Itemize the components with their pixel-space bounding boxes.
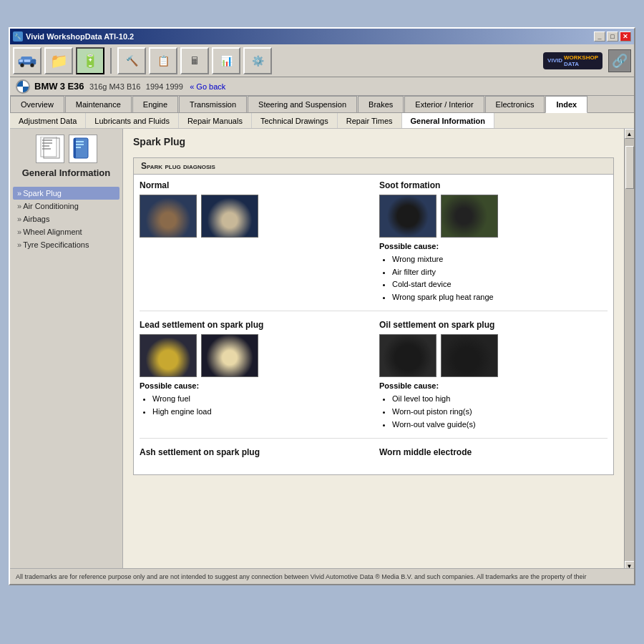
diag-row-2: Lead settlement on spark plug Possible c… <box>140 320 608 439</box>
soot-cause-list: Wrong mixture Air filter dirty Cold-star… <box>379 253 608 303</box>
workshop-logo: VIVID WORKSHOP DATA <box>543 52 602 69</box>
oil-cause-3: Worn-out valve guide(s) <box>392 419 608 431</box>
tab-exterior[interactable]: Exterior / Interior <box>404 96 484 112</box>
tab-brakes[interactable]: Brakes <box>358 96 404 112</box>
subtab-repair-times[interactable]: Repair Times <box>338 113 402 128</box>
diag-oil-images <box>379 334 608 377</box>
diag-worn-title: Worn middle electrode <box>379 447 608 457</box>
subtab-repair-manuals[interactable]: Repair Manuals <box>179 113 252 128</box>
spark-image-lead-1 <box>140 334 197 377</box>
sidebar-item-tyre-specs[interactable]: Tyre Specifications <box>13 238 119 251</box>
scroll-thumb[interactable] <box>625 146 634 189</box>
diag-col-ash: Ash settlement on spark plug <box>140 447 368 462</box>
spark-image-normal-1 <box>140 195 197 238</box>
spark-image-soot-2 <box>441 195 498 238</box>
svg-rect-4 <box>19 59 23 62</box>
toolbar-car-button[interactable] <box>13 47 42 74</box>
subtab-lubricants[interactable]: Lubricants and Fluids <box>86 113 179 128</box>
logo-workshop: WORKSHOP <box>564 54 598 61</box>
toolbar-tool4-button[interactable]: 📊 <box>212 47 240 74</box>
oil-cause-title: Possible cause: <box>379 381 608 390</box>
oil-cause-2: Worn-out piston ring(s) <box>392 406 608 419</box>
sidebar-doc-icon <box>36 135 64 163</box>
soot-cause-2: Air filter dirty <box>392 266 608 279</box>
diag-row-1: Normal Soot formation <box>140 180 608 311</box>
tab-maintenance[interactable]: Maintenance <box>65 96 132 112</box>
title-bar: 🔧 Vivid WorkshopData ATI-10.2 _ □ ✕ <box>10 29 634 44</box>
toolbar-settings-button[interactable]: ⚙️ <box>243 47 272 74</box>
sidebar: General Information Spark Plug Air Condi… <box>10 129 123 571</box>
close-button[interactable]: ✕ <box>620 31 631 42</box>
diag-normal-title: Normal <box>140 180 368 190</box>
tab-overview[interactable]: Overview <box>10 96 64 112</box>
tool2-icon: 📋 <box>157 55 170 67</box>
svg-rect-16 <box>74 138 76 158</box>
tab-engine[interactable]: Engine <box>132 96 178 112</box>
diagnosis-body: Normal Soot formation <box>134 175 613 474</box>
toolbar-battery-button[interactable]: 🔋 <box>76 47 104 74</box>
maximize-button[interactable]: □ <box>607 31 618 42</box>
go-back-link[interactable]: « Go back <box>190 82 225 91</box>
toolbar-folder-button[interactable]: 📁 <box>44 47 73 74</box>
diagnosis-header: Spark plug diagnosis <box>134 158 613 175</box>
lead-cause-list: Wrong fuel High engine load <box>140 393 368 418</box>
svg-rect-13 <box>75 141 84 142</box>
subtab-technical[interactable]: Technical Drawings <box>252 113 338 128</box>
bmw-logo <box>16 79 30 94</box>
scroll-track[interactable] <box>625 139 635 561</box>
spark-image-soot-1 <box>379 195 436 238</box>
spark-image-normal-2 <box>201 195 258 238</box>
status-bar: All trademarks are for reference purpose… <box>10 568 634 584</box>
toolbar-tool2-button[interactable]: 📋 <box>149 47 177 74</box>
tool1-icon: 🔨 <box>126 55 138 67</box>
diag-col-lead: Lead settlement on spark plug Possible c… <box>140 320 368 431</box>
diag-ash-title: Ash settlement on spark plug <box>140 447 368 457</box>
diag-lead-images <box>140 334 368 377</box>
spark-image-oil-1 <box>379 334 436 377</box>
scroll-up-arrow[interactable]: ▲ <box>625 129 635 139</box>
lead-cause-1: Wrong fuel <box>152 393 368 406</box>
subtab-adjustment[interactable]: Adjustment Data <box>10 113 86 128</box>
oil-cause-list: Oil level too high Worn-out piston ring(… <box>379 393 608 431</box>
vehicle-bar: BMW 3 E36 316g M43 B16 1994 1999 « Go ba… <box>10 77 634 96</box>
tab-transmission[interactable]: Transmission <box>179 96 247 112</box>
svg-rect-5 <box>24 59 31 62</box>
toolbar-right: VIVID WORKSHOP DATA 🔗 <box>543 49 631 72</box>
scrollbar: ▲ ▼ <box>624 129 634 571</box>
diag-soot-images <box>379 195 608 238</box>
sidebar-book-icon <box>69 135 97 163</box>
tab-index[interactable]: Index <box>545 96 587 113</box>
sub-tabs: Adjustment Data Lubricants and Fluids Re… <box>10 113 634 129</box>
title-bar-left: 🔧 Vivid WorkshopData ATI-10.2 <box>13 31 134 42</box>
sidebar-item-wheel-alignment[interactable]: Wheel Alignment <box>13 225 119 238</box>
tab-steering[interactable]: Steering and Suspension <box>248 96 357 112</box>
folder-icon: 📁 <box>50 52 68 69</box>
soot-cause-4: Wrong spark plug heat range <box>392 291 608 304</box>
toolbar: 📁 🔋 🔨 📋 🖩 📊 ⚙️ VIVID WORKSHOP <box>10 44 634 77</box>
status-text: All trademarks are for reference purpose… <box>16 573 587 580</box>
diag-lead-title: Lead settlement on spark plug <box>140 320 368 330</box>
toolbar-separator <box>110 48 112 74</box>
toolbar-extra-button[interactable]: 🔗 <box>608 49 631 72</box>
subtab-general[interactable]: General Information <box>402 113 495 128</box>
sidebar-item-spark-plug[interactable]: Spark Plug <box>13 187 119 200</box>
toolbar-tool3-button[interactable]: 🖩 <box>180 47 209 74</box>
nav-tabs: Overview Maintenance Engine Transmission… <box>10 96 634 113</box>
minimize-button[interactable]: _ <box>594 31 605 42</box>
diagnosis-panel: Spark plug diagnosis Normal <box>133 157 614 475</box>
vehicle-model-num: 3 <box>60 81 65 92</box>
sidebar-item-airbags[interactable]: Airbags <box>13 213 119 225</box>
diag-col-soot: Soot formation Possible cause: Wrong mix… <box>379 180 608 303</box>
sidebar-item-air-conditioning[interactable]: Air Conditioning <box>13 200 119 213</box>
soot-cause-title: Possible cause: <box>379 242 608 250</box>
diag-soot-title: Soot formation <box>379 180 608 190</box>
diag-oil-title: Oil settlement on spark plug <box>379 320 608 330</box>
diag-normal-images <box>140 195 368 238</box>
diag-row-3: Ash settlement on spark plug Worn middle… <box>140 447 608 469</box>
vehicle-engine: 316g M43 B16 <box>89 82 141 91</box>
toolbar-tool1-button[interactable]: 🔨 <box>117 47 146 74</box>
diag-col-normal: Normal <box>140 180 368 303</box>
vehicle-brand: BMW <box>34 81 58 92</box>
tab-electronics[interactable]: Electronics <box>485 96 545 112</box>
vehicle-series: E36 <box>67 81 84 92</box>
